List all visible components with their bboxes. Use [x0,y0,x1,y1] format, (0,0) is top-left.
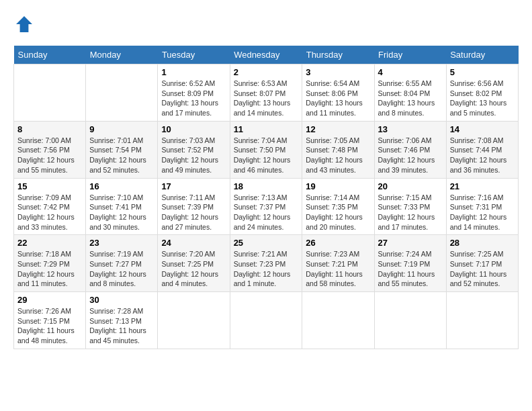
day-detail: Sunrise: 7:25 AMSunset: 7:17 PMDaylight:… [450,249,515,289]
day-number: 21 [450,181,515,191]
calendar-cell: 8Sunrise: 7:00 AMSunset: 7:56 PMDaylight… [14,121,86,178]
day-detail: Sunrise: 7:13 AMSunset: 7:37 PMDaylight:… [234,193,299,232]
calendar-cell: 26Sunrise: 7:23 AMSunset: 7:21 PMDayligh… [302,235,374,292]
day-detail: Sunrise: 7:28 AMSunset: 7:13 PMDaylight:… [89,306,154,346]
col-header-thursday: Thursday [302,46,374,64]
day-number: 19 [306,181,370,191]
day-number: 4 [378,67,443,77]
day-detail: Sunrise: 6:55 AMSunset: 8:04 PMDaylight:… [378,79,443,118]
day-detail: Sunrise: 7:06 AMSunset: 7:46 PMDaylight:… [378,136,443,175]
week-row-4: 22Sunrise: 7:18 AMSunset: 7:29 PMDayligh… [14,235,519,292]
day-number: 2 [234,67,299,77]
day-number: 25 [234,238,299,248]
day-number: 20 [378,181,443,191]
day-detail: Sunrise: 7:16 AMSunset: 7:31 PMDaylight:… [450,193,515,232]
day-detail: Sunrise: 7:04 AMSunset: 7:50 PMDaylight:… [234,136,299,175]
day-detail: Sunrise: 7:18 AMSunset: 7:29 PMDaylight:… [17,249,82,289]
day-detail: Sunrise: 7:20 AMSunset: 7:25 PMDaylight:… [161,249,226,289]
calendar-cell: 27Sunrise: 7:24 AMSunset: 7:19 PMDayligh… [374,235,446,292]
calendar-cell: 2Sunrise: 6:53 AMSunset: 8:07 PMDaylight… [230,64,302,122]
calendar-cell [158,292,230,349]
day-number: 15 [17,181,82,191]
logo-icon [13,13,35,35]
day-number: 29 [17,295,82,305]
calendar-cell: 9Sunrise: 7:01 AMSunset: 7:54 PMDaylight… [86,121,158,178]
calendar-cell: 5Sunrise: 6:56 AMSunset: 8:02 PMDaylight… [446,64,518,122]
day-detail: Sunrise: 7:19 AMSunset: 7:27 PMDaylight:… [89,249,154,289]
day-number: 30 [89,295,154,305]
week-row-1: 1Sunrise: 6:52 AMSunset: 8:09 PMDaylight… [14,64,519,122]
calendar-table: SundayMondayTuesdayWednesdayThursdayFrid… [13,46,519,349]
calendar-cell: 24Sunrise: 7:20 AMSunset: 7:25 PMDayligh… [158,235,230,292]
calendar-cell: 29Sunrise: 7:26 AMSunset: 7:15 PMDayligh… [14,292,86,349]
day-detail: Sunrise: 7:26 AMSunset: 7:15 PMDaylight:… [17,306,82,346]
calendar-cell: 28Sunrise: 7:25 AMSunset: 7:17 PMDayligh… [446,235,518,292]
calendar-cell [14,64,86,122]
calendar-cell: 16Sunrise: 7:10 AMSunset: 7:41 PMDayligh… [86,178,158,235]
col-header-monday: Monday [86,46,158,64]
week-row-5: 29Sunrise: 7:26 AMSunset: 7:15 PMDayligh… [14,292,519,349]
day-detail: Sunrise: 6:53 AMSunset: 8:07 PMDaylight:… [234,79,299,118]
week-row-2: 8Sunrise: 7:00 AMSunset: 7:56 PMDaylight… [14,121,519,178]
calendar-cell [374,292,446,349]
calendar-cell: 10Sunrise: 7:03 AMSunset: 7:52 PMDayligh… [158,121,230,178]
day-detail: Sunrise: 7:14 AMSunset: 7:35 PMDaylight:… [306,193,370,232]
day-number: 3 [306,67,370,77]
day-detail: Sunrise: 7:11 AMSunset: 7:39 PMDaylight:… [161,193,226,232]
day-number: 26 [306,238,370,248]
day-detail: Sunrise: 7:01 AMSunset: 7:54 PMDaylight:… [89,136,154,175]
day-detail: Sunrise: 7:21 AMSunset: 7:23 PMDaylight:… [234,249,299,289]
day-detail: Sunrise: 7:05 AMSunset: 7:48 PMDaylight:… [306,136,370,175]
svg-marker-0 [16,16,32,32]
day-number: 13 [378,124,443,134]
day-number: 11 [234,124,299,134]
col-header-sunday: Sunday [14,46,86,64]
calendar-cell [446,292,518,349]
day-number: 28 [450,238,515,248]
day-detail: Sunrise: 7:03 AMSunset: 7:52 PMDaylight:… [161,136,226,175]
col-header-friday: Friday [374,46,446,64]
calendar-cell: 21Sunrise: 7:16 AMSunset: 7:31 PMDayligh… [446,178,518,235]
calendar-cell: 4Sunrise: 6:55 AMSunset: 8:04 PMDaylight… [374,64,446,122]
calendar-cell: 22Sunrise: 7:18 AMSunset: 7:29 PMDayligh… [14,235,86,292]
day-detail: Sunrise: 7:00 AMSunset: 7:56 PMDaylight:… [17,136,82,175]
calendar-cell: 1Sunrise: 6:52 AMSunset: 8:09 PMDaylight… [158,64,230,122]
calendar-cell [86,64,158,122]
col-header-wednesday: Wednesday [230,46,302,64]
calendar-cell [302,292,374,349]
day-number: 23 [89,238,154,248]
calendar-cell: 30Sunrise: 7:28 AMSunset: 7:13 PMDayligh… [86,292,158,349]
calendar-cell: 19Sunrise: 7:14 AMSunset: 7:35 PMDayligh… [302,178,374,235]
day-number: 22 [17,238,82,248]
logo [13,13,38,35]
day-detail: Sunrise: 7:23 AMSunset: 7:21 PMDaylight:… [306,249,370,289]
week-row-3: 15Sunrise: 7:09 AMSunset: 7:42 PMDayligh… [14,178,519,235]
day-detail: Sunrise: 6:54 AMSunset: 8:06 PMDaylight:… [306,79,370,118]
day-number: 16 [89,181,154,191]
day-detail: Sunrise: 6:56 AMSunset: 8:02 PMDaylight:… [450,79,515,118]
day-number: 10 [161,124,226,134]
calendar-cell [230,292,302,349]
calendar-cell: 25Sunrise: 7:21 AMSunset: 7:23 PMDayligh… [230,235,302,292]
day-number: 24 [161,238,226,248]
page-header [13,13,519,35]
day-number: 17 [161,181,226,191]
calendar-cell: 17Sunrise: 7:11 AMSunset: 7:39 PMDayligh… [158,178,230,235]
calendar-cell: 15Sunrise: 7:09 AMSunset: 7:42 PMDayligh… [14,178,86,235]
day-number: 5 [450,67,515,77]
calendar-cell: 12Sunrise: 7:05 AMSunset: 7:48 PMDayligh… [302,121,374,178]
day-detail: Sunrise: 7:09 AMSunset: 7:42 PMDaylight:… [17,193,82,232]
calendar-cell: 18Sunrise: 7:13 AMSunset: 7:37 PMDayligh… [230,178,302,235]
col-header-saturday: Saturday [446,46,518,64]
day-detail: Sunrise: 6:52 AMSunset: 8:09 PMDaylight:… [161,79,226,118]
calendar-cell: 13Sunrise: 7:06 AMSunset: 7:46 PMDayligh… [374,121,446,178]
day-number: 12 [306,124,370,134]
calendar-cell: 20Sunrise: 7:15 AMSunset: 7:33 PMDayligh… [374,178,446,235]
day-number: 14 [450,124,515,134]
day-detail: Sunrise: 7:24 AMSunset: 7:19 PMDaylight:… [378,249,443,289]
day-number: 18 [234,181,299,191]
calendar-cell: 3Sunrise: 6:54 AMSunset: 8:06 PMDaylight… [302,64,374,122]
col-header-tuesday: Tuesday [158,46,230,64]
calendar-cell: 23Sunrise: 7:19 AMSunset: 7:27 PMDayligh… [86,235,158,292]
header-row: SundayMondayTuesdayWednesdayThursdayFrid… [14,46,519,64]
